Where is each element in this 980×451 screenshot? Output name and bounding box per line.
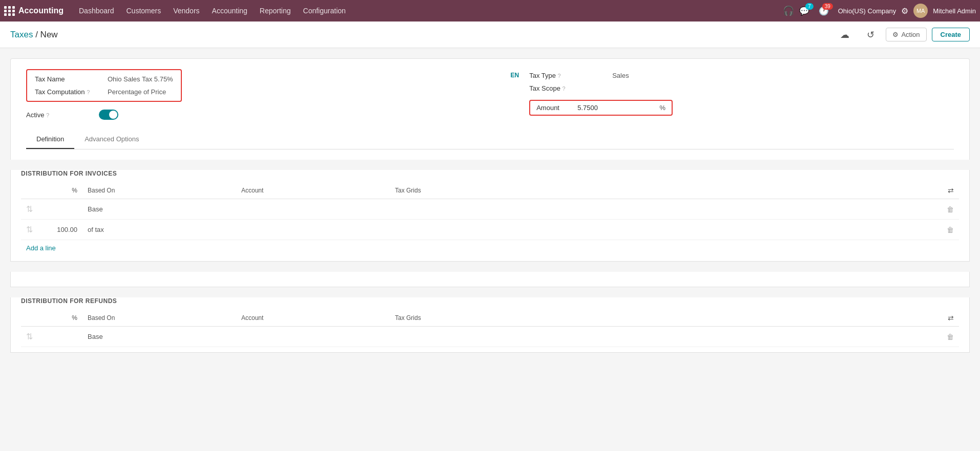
th-percent: %: [41, 182, 82, 199]
messages-icon-wrapper[interactable]: 💬 7: [799, 6, 809, 16]
nav-accounting[interactable]: Accounting: [207, 4, 253, 18]
add-line-invoices[interactable]: Add a line: [21, 240, 61, 256]
delete-cell-r1[interactable]: 🗑: [933, 327, 959, 347]
th-sort[interactable]: ⇄: [933, 182, 959, 199]
save-button[interactable]: ☁: [834, 27, 856, 43]
account-cell-1[interactable]: [236, 199, 390, 220]
th-account: Account: [236, 182, 390, 199]
action-label: Action: [901, 31, 920, 38]
drag-handle-cell-2[interactable]: ⇅: [21, 220, 41, 240]
discard-button[interactable]: ↺: [861, 27, 881, 43]
right-field-group: Tax Type ? Sales Tax Scope ?: [529, 72, 673, 116]
invoices-title: DISTRIBUTION FOR INVOICES: [21, 170, 959, 177]
percent-cell-1: [41, 199, 82, 220]
percent-cell-r1: [41, 327, 82, 347]
create-button[interactable]: Create: [932, 28, 970, 41]
account-cell-r1[interactable]: [236, 327, 390, 347]
based-on-cell-1[interactable]: Base: [82, 199, 236, 220]
settings-icon[interactable]: ⚙: [901, 6, 908, 16]
main-menu: Dashboard Customers Vendors Accounting R…: [74, 4, 783, 18]
delete-icon-r1: 🗑: [947, 333, 954, 341]
drag-handle-icon: ⇅: [26, 225, 33, 234]
messages-badge: 7: [805, 3, 814, 10]
drag-handle-icon: ⇅: [26, 205, 33, 213]
sort-icon: ⇄: [948, 186, 954, 195]
refunds-section: DISTRIBUTION FOR REFUNDS % Based On Acco…: [10, 297, 970, 353]
amount-value[interactable]: 5.7500: [577, 104, 654, 112]
tax-grids-cell-2[interactable]: [390, 220, 933, 240]
create-label: Create: [941, 31, 961, 38]
breadcrumb-parent[interactable]: Taxes: [10, 30, 33, 39]
tax-type-help[interactable]: ?: [558, 73, 561, 79]
breadcrumb-current: New: [40, 30, 58, 39]
drag-handle-cell-r1[interactable]: ⇅: [21, 327, 41, 347]
invoices-section: DISTRIBUTION FOR INVOICES % Based On Acc…: [10, 170, 970, 262]
delete-cell-1[interactable]: 🗑: [933, 199, 959, 220]
support-icon-wrapper[interactable]: 🎧: [783, 5, 794, 16]
breadcrumb: Taxes / New: [10, 30, 58, 40]
nav-vendors[interactable]: Vendors: [168, 4, 204, 18]
delete-cell-2[interactable]: 🗑: [933, 220, 959, 240]
tax-computation-value[interactable]: Percentage of Price: [108, 88, 166, 96]
th-tax-grids: Tax Grids: [390, 182, 933, 199]
refunds-title: DISTRIBUTION FOR REFUNDS: [21, 297, 959, 305]
tax-type-value[interactable]: Sales: [612, 72, 629, 79]
action-button[interactable]: ⚙ Action: [886, 28, 926, 41]
invoices-section-inner: DISTRIBUTION FOR INVOICES % Based On Acc…: [11, 170, 969, 261]
tax-scope-help[interactable]: ?: [562, 85, 566, 92]
active-toggle[interactable]: [99, 110, 118, 120]
subheader-actions: ☁ ↺ ⚙ Action Create: [834, 27, 970, 43]
grid-icon: [4, 6, 15, 16]
tax-grids-cell-r1[interactable]: [390, 327, 933, 347]
based-on-cell-r1[interactable]: Base: [82, 327, 236, 347]
nav-dashboard[interactable]: Dashboard: [74, 4, 119, 18]
app-name: Accounting: [18, 6, 64, 15]
tax-name-value[interactable]: Ohio Sales Tax 5.75%: [108, 75, 173, 83]
nav-reporting[interactable]: Reporting: [255, 4, 296, 18]
lang-badge[interactable]: EN: [511, 72, 519, 79]
active-help[interactable]: ?: [46, 112, 49, 118]
tab-advanced-options[interactable]: Advanced Options: [74, 130, 149, 149]
amount-box: Amount 5.7500 %: [529, 100, 673, 116]
nav-configuration[interactable]: Configuration: [298, 4, 351, 18]
tax-computation-label: Tax Computation ?: [35, 88, 101, 96]
refunds-table: % Based On Account Tax Grids ⇄: [21, 310, 959, 347]
tax-computation-row: Tax Computation ? Percentage of Price: [35, 88, 173, 96]
sort-icon-r: ⇄: [948, 314, 954, 322]
form-card: Tax Name Ohio Sales Tax 5.75% Tax Comput…: [10, 58, 970, 160]
tax-scope-label: Tax Scope ?: [529, 84, 596, 92]
right-fields: EN Tax Type ? Sales Tax Scope: [506, 69, 954, 120]
account-cell-2[interactable]: [236, 220, 390, 240]
activities-icon-wrapper[interactable]: 🕐 39: [819, 6, 829, 16]
app-brand[interactable]: Accounting: [4, 6, 64, 16]
drag-handle-icon-r1: ⇅: [26, 332, 33, 341]
activities-badge: 39: [822, 3, 833, 10]
th-drag-r: [21, 310, 41, 327]
th-based-on-r: Based On: [82, 310, 236, 327]
based-on-cell-2[interactable]: of tax: [82, 220, 236, 240]
refunds-section-inner: DISTRIBUTION FOR REFUNDS % Based On Acco…: [11, 297, 969, 352]
company-name: Ohio(US) Company: [838, 7, 896, 15]
table-row: ⇅ Base 🗑: [21, 199, 959, 220]
table-row: ⇅ 100.00 of tax 🗑: [21, 220, 959, 240]
th-sort-r[interactable]: ⇄: [933, 310, 959, 327]
amount-unit: %: [660, 104, 666, 112]
tax-grids-cell-1[interactable]: [390, 199, 933, 220]
th-tax-grids-r: Tax Grids: [390, 310, 933, 327]
highlighted-fields-box: Tax Name Ohio Sales Tax 5.75% Tax Comput…: [26, 69, 182, 102]
active-row: Active ?: [26, 110, 475, 120]
refunds-table-header: % Based On Account Tax Grids ⇄: [21, 310, 959, 327]
percent-cell-2[interactable]: 100.00: [41, 220, 82, 240]
main-content: Tax Name Ohio Sales Tax 5.75% Tax Comput…: [0, 48, 980, 451]
tax-computation-help[interactable]: ?: [87, 89, 90, 95]
delete-icon-2: 🗑: [947, 226, 954, 234]
delete-icon: 🗑: [947, 205, 954, 213]
tab-definition[interactable]: Definition: [26, 130, 74, 149]
nav-customers[interactable]: Customers: [121, 4, 166, 18]
tax-name-row: Tax Name Ohio Sales Tax 5.75%: [35, 75, 173, 83]
tax-type-label: Tax Type ?: [529, 72, 596, 79]
top-navigation: Accounting Dashboard Customers Vendors A…: [0, 0, 980, 22]
avatar[interactable]: MA: [913, 4, 928, 18]
drag-handle-cell[interactable]: ⇅: [21, 199, 41, 220]
tax-scope-row: Tax Scope ?: [529, 84, 673, 92]
